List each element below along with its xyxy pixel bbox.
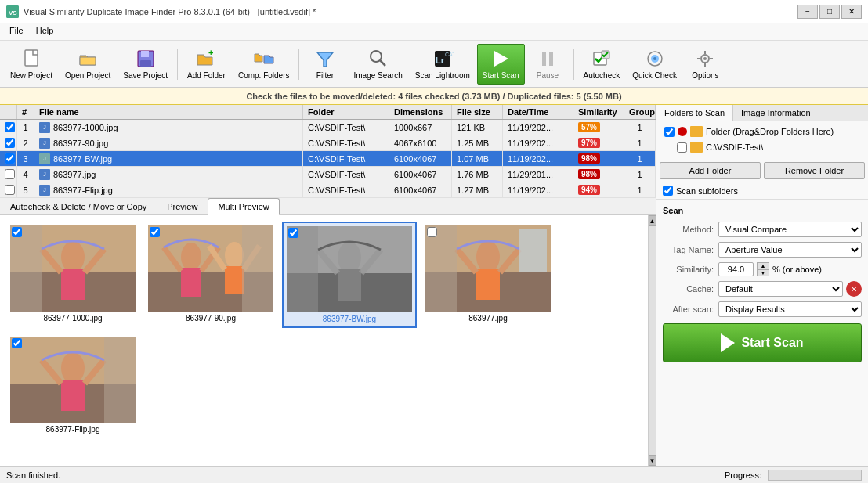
quick-check-label: Quick Check: [632, 71, 677, 80]
table-row[interactable]: 5 J 863977-Flip.jpg C:\VSDIF-Test\ 6100x…: [0, 182, 656, 198]
svg-text:VS: VS: [9, 9, 17, 16]
similarity-control: ▲ ▼ % (or above): [718, 262, 862, 276]
preview-label-4: 863977.jpg: [468, 314, 508, 323]
preview-item-4[interactable]: 863977.jpg: [421, 222, 555, 328]
scan-lightroom-button[interactable]: LrCAT Scan Lightroom: [410, 44, 476, 85]
menu-file[interactable]: File: [3, 25, 30, 38]
open-project-button[interactable]: Open Project: [60, 44, 116, 85]
row3-sim: 98%: [573, 151, 624, 166]
minimize-button[interactable]: −: [797, 5, 818, 19]
preview-checkbox-5[interactable]: [12, 338, 22, 348]
table-row[interactable]: 4 J 863977.jpg C:\VSDIF-Test\ 6100x4067 …: [0, 167, 656, 182]
sim-badge: 97%: [578, 138, 600, 148]
folder-label-1: Folder (Drag&Drop Folders Here): [706, 127, 834, 136]
preview-item-3[interactable]: 863977-BW.jpg: [282, 222, 417, 328]
preview-img-wrapper-3: [287, 226, 412, 312]
preview-label-1: 863977-1000.jpg: [43, 314, 102, 323]
remove-folder-btn[interactable]: Remove Folder: [764, 162, 865, 179]
pause-button[interactable]: Pause: [526, 44, 570, 85]
th-size: File size: [452, 105, 503, 119]
row2-checkbox[interactable]: [0, 135, 17, 150]
row5-sim: 94%: [573, 182, 624, 197]
comp-folders-label: Comp. Folders: [238, 71, 290, 80]
row3-name: J 863977-BW.jpg: [34, 151, 303, 166]
autocheck-button[interactable]: Autocheck: [578, 44, 626, 85]
file-icon: J: [39, 138, 50, 149]
row1-date: 11/19/202...: [503, 120, 573, 135]
tab-folders-to-scan[interactable]: Folders to Scan: [656, 105, 733, 121]
quick-check-button[interactable]: Quick Check: [627, 44, 682, 85]
image-search-button[interactable]: Image Search: [348, 44, 407, 85]
filter-button[interactable]: Filter: [303, 44, 346, 85]
scan-subfolders-checkbox[interactable]: [663, 186, 673, 196]
preview-checkbox-4[interactable]: [427, 227, 437, 237]
tab-preview[interactable]: Preview: [157, 198, 208, 214]
preview-checkbox-1[interactable]: [12, 227, 22, 237]
menu-help[interactable]: Help: [30, 25, 60, 38]
options-button[interactable]: Options: [684, 44, 727, 85]
th-num: #: [17, 105, 34, 119]
preview-checkbox-2[interactable]: [150, 227, 160, 237]
tabs-container: Autocheck & Delete / Move or Copy Previe…: [0, 198, 656, 466]
row5-size: 1.27 MB: [452, 182, 503, 197]
start-scan-button[interactable]: Start Scan: [477, 44, 525, 85]
clear-cache-btn[interactable]: ✕: [846, 281, 862, 297]
cache-select[interactable]: Default None Small Large: [718, 281, 843, 297]
after-scan-select[interactable]: Display Results Do Nothing: [718, 301, 862, 317]
new-project-button[interactable]: New Project: [5, 44, 58, 85]
folder-checkbox-1[interactable]: [664, 127, 675, 137]
add-folder-button[interactable]: + Add Folder: [182, 44, 231, 85]
svg-point-37: [181, 243, 201, 271]
preview-scrollbar[interactable]: ▲ ▼: [648, 215, 656, 466]
row3-checkbox[interactable]: [0, 151, 17, 166]
table-row[interactable]: 2 J 863977-90.jpg C:\VSDIF-Test\ 4067x61…: [0, 135, 656, 151]
row1-sim: 57%: [573, 120, 624, 135]
similarity-up[interactable]: ▲: [757, 262, 769, 269]
folder-checkbox-2[interactable]: [677, 142, 687, 153]
svg-rect-31: [61, 269, 85, 300]
preview-item-1[interactable]: 863977-1000.jpg: [6, 222, 139, 328]
row3-folder: C:\VSDIF-Test\: [303, 151, 389, 166]
preview-image-5: [10, 337, 136, 423]
main-layout: # File name Folder Dimensions File size …: [0, 105, 868, 466]
svg-rect-52: [287, 226, 318, 312]
left-panel: # File name Folder Dimensions File size …: [0, 105, 656, 466]
scroll-down[interactable]: ▼: [649, 455, 656, 466]
similarity-input[interactable]: [718, 262, 754, 276]
folder-remove-icon-1[interactable]: −: [678, 127, 687, 136]
svg-point-55: [476, 241, 500, 272]
pause-label: Pause: [537, 71, 559, 80]
tab-image-information[interactable]: Image Information: [733, 105, 819, 121]
method-select[interactable]: Visual Compare EXIF Compare Name Compare: [718, 222, 862, 237]
close-button[interactable]: ✕: [841, 5, 862, 19]
add-folder-btn[interactable]: Add Folder: [660, 162, 761, 179]
preview-img-wrapper-2: [148, 225, 273, 312]
tag-select[interactable]: Aperture Value: [718, 242, 862, 258]
tag-label: Tag Name:: [663, 245, 714, 254]
start-scan-play-icon: [721, 333, 735, 352]
maximize-button[interactable]: □: [819, 5, 840, 19]
row3-group: 1: [624, 151, 656, 166]
tab-autocheck[interactable]: Autocheck & Delete / Move or Copy: [0, 198, 157, 214]
tab-multi-preview[interactable]: Multi Preview: [208, 198, 279, 215]
quick-check-icon: [644, 48, 666, 70]
preview-item-2[interactable]: 863977-90.jpg: [144, 222, 277, 328]
svg-point-63: [61, 352, 85, 384]
row1-checkbox[interactable]: [0, 120, 17, 135]
table-row[interactable]: 1 J 863977-1000.jpg C:\VSDIF-Test\ 1000x…: [0, 120, 656, 135]
table-row[interactable]: 3 J 863977-BW.jpg C:\VSDIF-Test\ 6100x40…: [0, 151, 656, 167]
comp-folders-button[interactable]: Comp. Folders: [233, 44, 295, 85]
svg-rect-49: [338, 269, 361, 301]
scroll-up[interactable]: ▲: [649, 215, 656, 226]
preview-img-wrapper-4: [425, 225, 551, 312]
preview-label-5: 863977-Flip.jpg: [46, 425, 100, 434]
row4-checkbox[interactable]: [0, 167, 17, 182]
preview-checkbox-3[interactable]: [288, 228, 298, 238]
start-scan-main-button[interactable]: Start Scan: [663, 323, 862, 362]
preview-item-5[interactable]: 863977-Flip.jpg: [6, 333, 139, 438]
save-project-button[interactable]: Save Project: [118, 44, 173, 85]
row4-dim: 6100x4067: [389, 167, 452, 182]
similarity-down[interactable]: ▼: [757, 269, 769, 276]
preview-image-1: [10, 225, 136, 312]
row5-checkbox[interactable]: [0, 182, 17, 197]
